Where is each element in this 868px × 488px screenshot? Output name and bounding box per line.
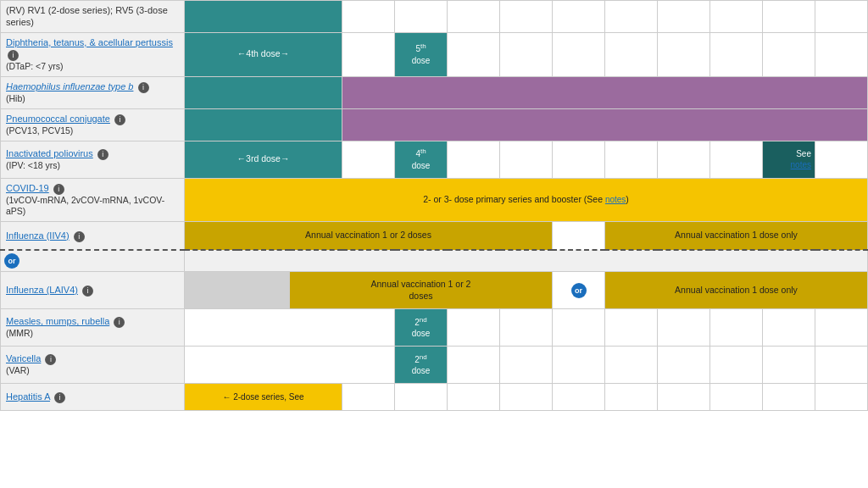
dtap-e1 [448, 32, 500, 76]
rv-col8 [553, 1, 605, 33]
table-row-flu-laiv4: Influenza (LAIV4) i Annual vaccination 1… [1, 272, 868, 309]
var-e1 [448, 347, 500, 384]
vaccine-cell-flu-laiv4: Influenza (LAIV4) i [1, 272, 185, 309]
var-e5 [658, 347, 710, 384]
dtap-arrow-label: ←4th dose→ [188, 48, 338, 60]
ipv-dose-arrow: ←3rd dose→ [185, 141, 342, 178]
info-icon-dtap[interactable]: i [8, 50, 19, 61]
info-icon-varicella[interactable]: i [45, 354, 56, 365]
flu-iiv4-annual2: Annual vaccination 1 dose only [605, 221, 868, 250]
hepa-2dose: ← 2-dose series, See [185, 384, 342, 411]
dtap-e3 [553, 32, 605, 76]
mmr-e7 [763, 309, 815, 347]
dtap-5th-dose: 5thdose [395, 32, 448, 76]
ipv-e4 [605, 141, 658, 178]
ipv-e2 [500, 141, 553, 178]
vaccine-link-hepa[interactable]: Hepatitis A [6, 391, 50, 402]
hepa-e9 [763, 384, 815, 411]
info-icon-ipv[interactable]: i [97, 149, 108, 160]
info-icon-mmr[interactable]: i [114, 317, 125, 328]
info-icon-pcv[interactable]: i [114, 114, 125, 125]
vaccine-link-covid[interactable]: COVID-19 [6, 183, 49, 193]
table-row-pcv: Pneumococcal conjugate i (PCV13, PCV15) [1, 108, 868, 141]
table-row-flu-iiv4: Influenza (IIV4) i Annual vaccination 1 … [1, 221, 868, 250]
dtap-dose-arrow: ←4th dose→ [185, 32, 342, 76]
hepa-e4 [500, 384, 553, 411]
hib-purple [342, 76, 868, 108]
rv-col12 [763, 1, 815, 33]
vaccine-cell-ipv: Inactivated poliovirus i (IPV: <18 yrs) [1, 141, 185, 178]
vaccine-cell-rv: (RV) RV1 (2-dose series); RV5 (3-dose se… [1, 1, 185, 33]
info-icon-flu-laiv4[interactable]: i [82, 286, 93, 297]
vaccine-link-hib[interactable]: Haemophilus influenzae type b [6, 81, 133, 92]
rv-col1 [185, 1, 342, 33]
table-row-hepa: Hepatitis A i ← 2-dose series, See [1, 384, 868, 411]
vaccine-sub-hib: (Hib) [6, 93, 179, 105]
ipv-e3 [553, 141, 605, 178]
var-e7 [763, 347, 815, 384]
ipv-e5 [658, 141, 710, 178]
laiv4-grey1 [185, 272, 290, 309]
ipv-e8 [815, 141, 868, 178]
vaccine-link-ipv[interactable]: Inactivated poliovirus [6, 148, 93, 158]
flu-iiv4-label1: Annual vaccination 1 or 2 doses [188, 230, 548, 241]
hepa-e10 [815, 384, 868, 411]
hepa-e1 [342, 384, 395, 411]
ipv-4th-label: 4thdose [398, 147, 443, 170]
hepa-arrow-label: ← 2-dose series, See [188, 391, 338, 402]
dtap-5th-label: 5thdose [398, 42, 443, 65]
rv-col10 [658, 1, 710, 33]
var-e4 [605, 347, 658, 384]
vaccine-sub-varicella: (VAR) [6, 365, 179, 377]
vaccine-link-flu-laiv4[interactable]: Influenza (LAIV4) [6, 285, 78, 295]
info-icon-covid[interactable]: i [53, 184, 64, 195]
vaccine-link-pcv[interactable]: Pneumococcal conjugate [6, 114, 110, 124]
flu-iiv4-e1 [553, 221, 605, 250]
mmr-2nd-label: 2nddose [398, 316, 443, 339]
rv-col13 [815, 1, 868, 33]
ipv-notes-link[interactable]: notes [791, 160, 811, 169]
var-e6 [710, 347, 763, 384]
dtap-e6 [710, 32, 763, 76]
mmr-e2 [500, 309, 553, 347]
pcv-teal1 [185, 108, 342, 141]
ipv-see-notes-label: Seenotes [766, 148, 811, 170]
hepa-e7 [658, 384, 710, 411]
ipv-e6 [710, 141, 763, 178]
vaccine-link-dtap[interactable]: Diphtheria, tetanus, & acellular pertuss… [6, 37, 173, 47]
mmr-e6 [710, 309, 763, 347]
mmr-e4 [605, 309, 658, 347]
info-icon-hepa[interactable]: i [54, 392, 65, 403]
vaccine-cell-pcv: Pneumococcal conjugate i (PCV13, PCV15) [1, 108, 185, 141]
vaccine-sub-pcv: (PCV13, PCV15) [6, 125, 179, 137]
info-icon-hib[interactable]: i [138, 82, 149, 93]
laiv4-annual1: Annual vaccination 1 or 2doses [290, 272, 553, 309]
dtap-e4 [605, 32, 658, 76]
vaccine-link-mmr[interactable]: Measles, mumps, rubella [6, 316, 109, 326]
table-row-mmr: Measles, mumps, rubella i (MMR) 2nddose [1, 309, 868, 347]
table-row-or: or [1, 250, 868, 272]
vaccine-link-flu-iiv4[interactable]: Influenza (IIV4) [6, 230, 70, 241]
laiv4-label2: Annual vaccination 1 dose only [609, 285, 864, 297]
vaccination-table: (RV) RV1 (2-dose series); RV5 (3-dose se… [0, 0, 868, 411]
vaccine-cell-flu-iiv4: Influenza (IIV4) i [1, 221, 185, 250]
vaccine-cell-hepa: Hepatitis A i [1, 384, 185, 411]
vaccine-link-varicella[interactable]: Varicella [6, 353, 41, 363]
table-row-varicella: Varicella i (VAR) 2nddose [1, 347, 868, 384]
vaccine-cell-dtap: Diphtheria, tetanus, & acellular pertuss… [1, 32, 185, 76]
info-icon-flu-iiv4[interactable]: i [74, 231, 85, 242]
hepa-e6 [605, 384, 658, 411]
covid-notes-link[interactable]: notes [605, 195, 626, 204]
mmr-e5 [658, 309, 710, 347]
table-row: (RV) RV1 (2-dose series); RV5 (3-dose se… [1, 1, 868, 33]
mmr-empty1 [185, 309, 395, 347]
var-2nd-dose: 2nddose [395, 347, 448, 384]
ipv-4th-dose: 4thdose [395, 141, 448, 178]
hepa-e3 [448, 384, 500, 411]
ipv-empty1 [342, 141, 395, 178]
vaccine-cell-mmr: Measles, mumps, rubella i (MMR) [1, 309, 185, 347]
rv-col7 [500, 1, 553, 33]
var-2nd-label: 2nddose [398, 353, 443, 376]
var-e2 [500, 347, 553, 384]
vaccine-sub-mmr: (MMR) [6, 328, 179, 340]
